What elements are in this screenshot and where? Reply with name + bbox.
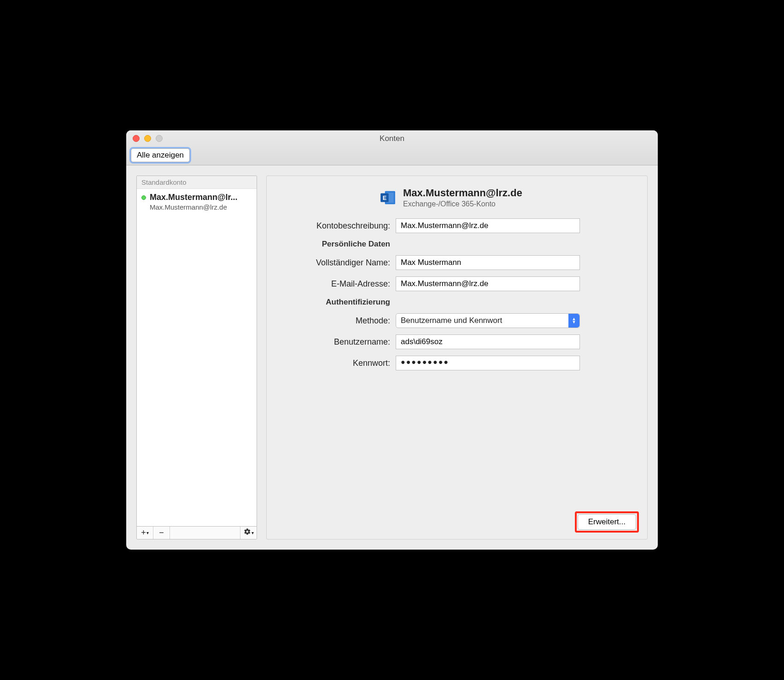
label-password: Kennwort: bbox=[278, 358, 396, 368]
section-auth: Authentifizierung bbox=[278, 298, 396, 307]
sidebar-footer: +▾ − ▾ bbox=[137, 526, 257, 539]
updown-arrows-icon: ▲▼ bbox=[568, 314, 579, 328]
input-password[interactable]: ●●●●●●●●● bbox=[396, 356, 580, 370]
label-description: Kontobeschreibung: bbox=[278, 221, 396, 231]
add-account-button[interactable]: +▾ bbox=[137, 527, 153, 539]
svg-text:E: E bbox=[383, 195, 386, 201]
chevron-down-icon: ▾ bbox=[252, 530, 254, 535]
row-email: E-Mail-Adresse: bbox=[278, 276, 636, 291]
account-subtitle: Max.Mustermann@lrz.de bbox=[150, 203, 252, 211]
settings-menu-button[interactable]: ▾ bbox=[240, 527, 257, 539]
account-title: Max.Mustermann@lrz.de bbox=[403, 187, 522, 199]
account-details-panel: E Max.Mustermann@lrz.de Exchange-/Office… bbox=[266, 176, 648, 539]
row-description: Kontobeschreibung: bbox=[278, 218, 636, 233]
label-email: E-Mail-Adresse: bbox=[278, 279, 396, 289]
show-all-button[interactable]: Alle anzeigen bbox=[131, 148, 190, 162]
advanced-highlight: Erweitert... bbox=[575, 511, 639, 533]
sidebar-header: Standardkonto bbox=[137, 176, 257, 189]
account-header-text: Max.Mustermann@lrz.de Exchange-/Office 3… bbox=[403, 187, 522, 208]
label-username: Benutzername: bbox=[278, 337, 396, 347]
accounts-window: Konten Alle anzeigen Standardkonto Max.M… bbox=[126, 130, 658, 550]
label-method: Methode: bbox=[278, 316, 396, 326]
titlebar: Konten Alle anzeigen bbox=[126, 130, 658, 165]
window-title: Konten bbox=[126, 134, 658, 143]
label-full-name: Vollständiger Name: bbox=[278, 258, 396, 268]
chevron-down-icon: ▾ bbox=[146, 530, 149, 535]
row-full-name: Vollständiger Name: bbox=[278, 255, 636, 270]
account-name: Max.Mustermann@lr... bbox=[150, 193, 252, 202]
exchange-icon: E bbox=[379, 189, 397, 206]
row-username: Benutzername: bbox=[278, 334, 636, 349]
row-method: Methode: Benutzername und Kennwort ▲▼ bbox=[278, 313, 636, 328]
account-list-item[interactable]: Max.Mustermann@lr... Max.Mustermann@lrz.… bbox=[137, 189, 257, 215]
input-description[interactable] bbox=[396, 218, 580, 233]
input-full-name[interactable] bbox=[396, 255, 580, 270]
section-personal: Persönliche Daten bbox=[278, 240, 396, 249]
input-email[interactable] bbox=[396, 276, 580, 291]
row-password: Kennwort: ●●●●●●●●● bbox=[278, 356, 636, 370]
status-online-icon bbox=[141, 195, 146, 200]
plus-icon: + bbox=[141, 528, 146, 538]
sidebar-spacer bbox=[137, 215, 257, 526]
gear-icon bbox=[244, 528, 251, 538]
content-area: Standardkonto Max.Mustermann@lr... Max.M… bbox=[126, 165, 658, 550]
advanced-button[interactable]: Erweitert... bbox=[578, 514, 636, 530]
toolbar: Alle anzeigen bbox=[131, 148, 190, 162]
minus-icon: − bbox=[159, 528, 164, 538]
select-method[interactable]: Benutzername und Kennwort ▲▼ bbox=[396, 313, 580, 328]
accounts-sidebar: Standardkonto Max.Mustermann@lr... Max.M… bbox=[136, 176, 257, 539]
select-method-value: Benutzername und Kennwort bbox=[401, 316, 502, 325]
remove-account-button[interactable]: − bbox=[153, 527, 170, 539]
account-header: E Max.Mustermann@lrz.de Exchange-/Office… bbox=[379, 187, 636, 208]
input-username[interactable] bbox=[396, 334, 580, 349]
account-type: Exchange-/Office 365-Konto bbox=[403, 200, 522, 208]
